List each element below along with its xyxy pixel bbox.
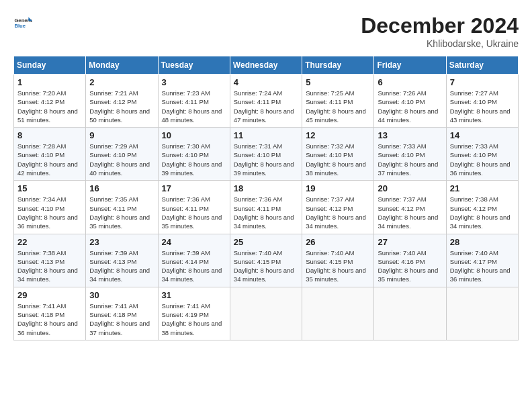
day-number: 4 — [234, 77, 298, 87]
calendar-cell: 9Sunrise: 7:29 AMSunset: 4:10 PMDaylight… — [86, 128, 158, 181]
calendar-cell: 15Sunrise: 7:34 AMSunset: 4:10 PMDayligh… — [14, 181, 86, 234]
day-info: Sunrise: 7:32 AMSunset: 4:10 PMDaylight:… — [306, 142, 370, 177]
weekday-header-thursday: Thursday — [302, 56, 374, 75]
day-info: Sunrise: 7:25 AMSunset: 4:11 PMDaylight:… — [306, 89, 370, 124]
calendar-cell: 18Sunrise: 7:36 AMSunset: 4:11 PMDayligh… — [230, 181, 302, 234]
logo: General Blue — [13, 13, 32, 32]
svg-text:Blue: Blue — [14, 23, 26, 29]
day-number: 2 — [89, 77, 154, 87]
day-number: 26 — [306, 237, 370, 247]
calendar-cell: 10Sunrise: 7:30 AMSunset: 4:10 PMDayligh… — [158, 128, 230, 181]
day-info: Sunrise: 7:38 AMSunset: 4:12 PMDaylight:… — [450, 195, 515, 230]
day-info: Sunrise: 7:36 AMSunset: 4:11 PMDaylight:… — [234, 195, 298, 230]
day-number: 31 — [162, 290, 226, 300]
calendar-cell — [374, 287, 446, 340]
day-info: Sunrise: 7:38 AMSunset: 4:13 PMDaylight:… — [17, 248, 82, 284]
weekday-header-monday: Monday — [86, 56, 158, 75]
day-number: 9 — [89, 130, 154, 140]
day-info: Sunrise: 7:31 AMSunset: 4:10 PMDaylight:… — [234, 142, 298, 177]
calendar-cell: 30Sunrise: 7:41 AMSunset: 4:18 PMDayligh… — [86, 287, 158, 340]
day-number: 30 — [89, 290, 154, 300]
calendar-cell: 23Sunrise: 7:39 AMSunset: 4:13 PMDayligh… — [86, 234, 158, 287]
day-info: Sunrise: 7:30 AMSunset: 4:10 PMDaylight:… — [162, 142, 226, 177]
day-info: Sunrise: 7:36 AMSunset: 4:11 PMDaylight:… — [162, 195, 226, 230]
calendar-cell: 16Sunrise: 7:35 AMSunset: 4:11 PMDayligh… — [86, 181, 158, 234]
day-number: 11 — [234, 130, 298, 140]
day-info: Sunrise: 7:40 AMSunset: 4:17 PMDaylight:… — [450, 248, 515, 284]
calendar-cell: 26Sunrise: 7:40 AMSunset: 4:15 PMDayligh… — [302, 234, 374, 287]
calendar-cell: 20Sunrise: 7:37 AMSunset: 4:12 PMDayligh… — [374, 181, 446, 234]
day-number: 12 — [306, 130, 370, 140]
day-number: 13 — [378, 130, 442, 140]
calendar-cell — [230, 287, 302, 340]
calendar-cell: 17Sunrise: 7:36 AMSunset: 4:11 PMDayligh… — [158, 181, 230, 234]
calendar-cell: 14Sunrise: 7:33 AMSunset: 4:10 PMDayligh… — [446, 128, 518, 181]
calendar-week-1: 1Sunrise: 7:20 AMSunset: 4:12 PMDaylight… — [14, 75, 519, 128]
weekday-header-friday: Friday — [374, 56, 446, 75]
calendar-cell: 3Sunrise: 7:23 AMSunset: 4:11 PMDaylight… — [158, 75, 230, 128]
calendar-cell: 11Sunrise: 7:31 AMSunset: 4:10 PMDayligh… — [230, 128, 302, 181]
weekday-header-saturday: Saturday — [446, 56, 518, 75]
weekday-header-wednesday: Wednesday — [230, 56, 302, 75]
day-number: 25 — [234, 237, 298, 247]
day-number: 22 — [17, 237, 82, 247]
day-info: Sunrise: 7:20 AMSunset: 4:12 PMDaylight:… — [17, 89, 82, 124]
day-info: Sunrise: 7:33 AMSunset: 4:10 PMDaylight:… — [450, 142, 515, 177]
day-number: 23 — [89, 237, 154, 247]
day-info: Sunrise: 7:23 AMSunset: 4:11 PMDaylight:… — [162, 89, 226, 124]
day-info: Sunrise: 7:41 AMSunset: 4:19 PMDaylight:… — [162, 302, 226, 337]
day-info: Sunrise: 7:37 AMSunset: 4:12 PMDaylight:… — [306, 195, 370, 230]
day-info: Sunrise: 7:40 AMSunset: 4:16 PMDaylight:… — [378, 248, 442, 284]
day-info: Sunrise: 7:40 AMSunset: 4:15 PMDaylight:… — [234, 248, 298, 284]
day-number: 10 — [162, 130, 226, 140]
calendar-cell: 22Sunrise: 7:38 AMSunset: 4:13 PMDayligh… — [14, 234, 86, 287]
title-block: December 2024 Khlibodarske, Ukraine — [361, 13, 519, 49]
calendar-cell: 24Sunrise: 7:39 AMSunset: 4:14 PMDayligh… — [158, 234, 230, 287]
day-info: Sunrise: 7:21 AMSunset: 4:12 PMDaylight:… — [89, 89, 154, 124]
day-number: 29 — [17, 290, 82, 300]
calendar-week-5: 29Sunrise: 7:41 AMSunset: 4:18 PMDayligh… — [14, 287, 519, 340]
day-info: Sunrise: 7:29 AMSunset: 4:10 PMDaylight:… — [89, 142, 154, 177]
day-number: 8 — [17, 130, 82, 140]
day-info: Sunrise: 7:34 AMSunset: 4:10 PMDaylight:… — [17, 195, 82, 230]
day-info: Sunrise: 7:40 AMSunset: 4:15 PMDaylight:… — [306, 248, 370, 284]
day-number: 19 — [306, 183, 370, 193]
calendar-cell: 8Sunrise: 7:28 AMSunset: 4:10 PMDaylight… — [14, 128, 86, 181]
day-number: 15 — [17, 183, 82, 193]
day-info: Sunrise: 7:27 AMSunset: 4:10 PMDaylight:… — [450, 89, 515, 124]
day-number: 14 — [450, 130, 515, 140]
day-number: 20 — [378, 183, 442, 193]
calendar-table: SundayMondayTuesdayWednesdayThursdayFrid… — [13, 56, 519, 340]
day-info: Sunrise: 7:26 AMSunset: 4:10 PMDaylight:… — [378, 89, 442, 124]
calendar-cell: 2Sunrise: 7:21 AMSunset: 4:12 PMDaylight… — [86, 75, 158, 128]
day-number: 6 — [378, 77, 442, 87]
calendar-week-2: 8Sunrise: 7:28 AMSunset: 4:10 PMDaylight… — [14, 128, 519, 181]
calendar-cell — [446, 287, 518, 340]
day-info: Sunrise: 7:39 AMSunset: 4:14 PMDaylight:… — [162, 248, 226, 284]
calendar-cell: 28Sunrise: 7:40 AMSunset: 4:17 PMDayligh… — [446, 234, 518, 287]
location: Khlibodarske, Ukraine — [361, 38, 519, 49]
calendar-cell: 29Sunrise: 7:41 AMSunset: 4:18 PMDayligh… — [14, 287, 86, 340]
day-number: 7 — [450, 77, 515, 87]
day-info: Sunrise: 7:41 AMSunset: 4:18 PMDaylight:… — [17, 302, 82, 337]
calendar-week-4: 22Sunrise: 7:38 AMSunset: 4:13 PMDayligh… — [14, 234, 519, 287]
day-number: 28 — [450, 237, 515, 247]
day-number: 27 — [378, 237, 442, 247]
calendar-cell: 13Sunrise: 7:33 AMSunset: 4:10 PMDayligh… — [374, 128, 446, 181]
calendar-week-3: 15Sunrise: 7:34 AMSunset: 4:10 PMDayligh… — [14, 181, 519, 234]
calendar-cell: 1Sunrise: 7:20 AMSunset: 4:12 PMDaylight… — [14, 75, 86, 128]
day-info: Sunrise: 7:37 AMSunset: 4:12 PMDaylight:… — [378, 195, 442, 230]
calendar-cell: 31Sunrise: 7:41 AMSunset: 4:19 PMDayligh… — [158, 287, 230, 340]
calendar-cell: 6Sunrise: 7:26 AMSunset: 4:10 PMDaylight… — [374, 75, 446, 128]
month-year: December 2024 — [361, 13, 519, 38]
calendar-cell: 5Sunrise: 7:25 AMSunset: 4:11 PMDaylight… — [302, 75, 374, 128]
day-info: Sunrise: 7:35 AMSunset: 4:11 PMDaylight:… — [89, 195, 154, 230]
calendar-cell — [302, 287, 374, 340]
day-number: 18 — [234, 183, 298, 193]
day-info: Sunrise: 7:28 AMSunset: 4:10 PMDaylight:… — [17, 142, 82, 177]
calendar-header-row: SundayMondayTuesdayWednesdayThursdayFrid… — [14, 56, 519, 75]
day-number: 1 — [17, 77, 82, 87]
calendar-cell: 25Sunrise: 7:40 AMSunset: 4:15 PMDayligh… — [230, 234, 302, 287]
day-info: Sunrise: 7:24 AMSunset: 4:11 PMDaylight:… — [234, 89, 298, 124]
calendar-cell: 21Sunrise: 7:38 AMSunset: 4:12 PMDayligh… — [446, 181, 518, 234]
